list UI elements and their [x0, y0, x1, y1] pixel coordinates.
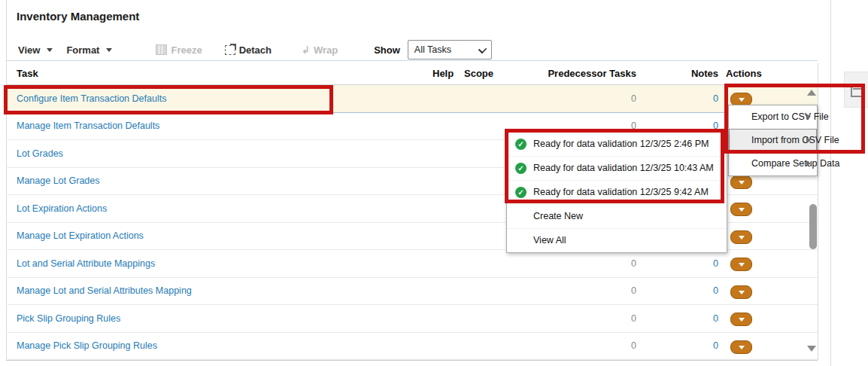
- chevron-down-icon: [47, 48, 53, 52]
- column-header-notes[interactable]: Notes: [662, 68, 718, 79]
- submenu-arrow-icon: [806, 137, 811, 143]
- wrap-label: Wrap: [314, 44, 338, 56]
- actions-dropdown-menu: Export to CSV FileImport from CSV FileCo…: [728, 105, 818, 176]
- table-toolbar: View Format Freeze Detach ↲ Wrap Show Al…: [18, 39, 492, 60]
- predecessor-tasks-count: 0: [527, 258, 636, 269]
- submenu-item-label: Ready for data validation 12/3/25 9:42 A…: [533, 187, 709, 197]
- menu-item-label: Compare Setup Data: [751, 158, 839, 169]
- menu-item[interactable]: Compare Setup Data: [729, 152, 817, 175]
- format-menu-button[interactable]: Format: [66, 44, 112, 56]
- notes-count-link[interactable]: 0: [647, 120, 718, 131]
- success-check-icon: ✓: [515, 163, 527, 174]
- submenu-item-label: Ready for data validation 12/3/25 2:46 P…: [533, 139, 709, 149]
- actions-dropdown-button[interactable]: [730, 258, 752, 271]
- notes-count-link[interactable]: 0: [647, 258, 718, 269]
- task-link[interactable]: Manage Item Transaction Defaults: [17, 120, 159, 131]
- restore-pane-icon[interactable]: [851, 85, 864, 97]
- success-check-icon: ✓: [515, 187, 527, 198]
- table-row[interactable]: Configure Item Transaction Defaults00: [6, 85, 818, 113]
- menu-item[interactable]: Export to CSV File: [729, 105, 817, 129]
- column-header-help[interactable]: Help: [432, 68, 454, 79]
- submenu-item[interactable]: ✓Ready for data validation 12/3/25 2:46 …: [507, 133, 727, 157]
- wrap-icon: ↲: [302, 45, 310, 55]
- predecessor-tasks-count: 0: [527, 120, 636, 131]
- freeze-label: Freeze: [171, 44, 202, 56]
- task-link[interactable]: Configure Item Transaction Defaults: [17, 93, 166, 104]
- task-link[interactable]: Lot and Serial Attribute Mappings: [17, 258, 155, 269]
- column-header-predecessor-tasks[interactable]: Predecessor Tasks: [527, 68, 636, 79]
- submenu-item-label: Create New: [533, 211, 583, 221]
- table-bottom-border: [6, 360, 818, 361]
- submenu-item[interactable]: Create New: [507, 205, 727, 229]
- menu-item[interactable]: Import from CSV File: [729, 129, 817, 152]
- task-link[interactable]: Manage Lot Grades: [17, 175, 100, 186]
- column-header-task[interactable]: Task: [17, 68, 38, 79]
- actions-dropdown-button[interactable]: [730, 203, 752, 216]
- actions-dropdown-button[interactable]: [730, 285, 752, 299]
- view-menu-button[interactable]: View: [18, 44, 53, 56]
- wrap-button: ↲ Wrap: [302, 44, 338, 56]
- chevron-down-icon: [106, 48, 112, 52]
- submenu-item-label: View All: [533, 235, 566, 246]
- notes-count-link[interactable]: 0: [647, 285, 718, 296]
- predecessor-tasks-count: 0: [527, 313, 636, 324]
- submenu-arrow-icon: [806, 160, 811, 166]
- actions-dropdown-button[interactable]: [730, 230, 752, 244]
- import-csv-submenu: ✓Ready for data validation 12/3/25 2:46 …: [506, 132, 727, 253]
- submenu-item[interactable]: View All: [507, 229, 727, 252]
- detach-button[interactable]: Detach: [225, 44, 272, 56]
- task-link[interactable]: Manage Pick Slip Grouping Rules: [17, 340, 157, 351]
- notes-count-link[interactable]: 0: [647, 93, 718, 104]
- column-header-scope[interactable]: Scope: [464, 68, 493, 79]
- scrollbar-thumb[interactable]: [809, 204, 817, 249]
- notes-count-link[interactable]: 0: [647, 313, 718, 324]
- show-filter-label: Show: [374, 44, 400, 56]
- success-check-icon: ✓: [515, 139, 527, 150]
- toolbar-bottom-border: [6, 60, 818, 61]
- notes-count-link[interactable]: 0: [647, 340, 718, 351]
- column-header-actions[interactable]: Actions: [726, 68, 762, 79]
- predecessor-tasks-count: 0: [527, 340, 636, 351]
- menu-item-label: Export to CSV File: [751, 111, 829, 122]
- page-title: Inventory Management: [17, 10, 139, 23]
- submenu-item[interactable]: ✓Ready for data validation 12/3/25 9:42 …: [507, 181, 727, 205]
- task-link[interactable]: Manage Lot and Serial Attributes Mapping: [17, 285, 192, 296]
- actions-dropdown-button[interactable]: [730, 340, 752, 354]
- menu-item-label: Import from CSV File: [751, 135, 839, 145]
- task-link[interactable]: Lot Grades: [17, 148, 63, 159]
- scrollbar-down-arrow-icon[interactable]: [807, 346, 816, 352]
- table-row[interactable]: Lot and Serial Attribute Mappings00: [6, 250, 818, 278]
- submenu-arrow-icon: [806, 114, 811, 120]
- table-row[interactable]: Manage Pick Slip Grouping Rules00: [6, 333, 818, 361]
- table-row[interactable]: Pick Slip Grouping Rules00: [6, 305, 818, 333]
- scrollbar-up-arrow-icon[interactable]: [807, 90, 816, 96]
- collapsed-pane-tab: [844, 72, 868, 108]
- detach-label: Detach: [239, 44, 272, 56]
- table-row[interactable]: Manage Lot and Serial Attributes Mapping…: [6, 278, 818, 306]
- chevron-down-icon: [478, 45, 487, 53]
- predecessor-tasks-count: 0: [527, 285, 636, 296]
- task-link[interactable]: Pick Slip Grouping Rules: [17, 313, 120, 324]
- predecessor-tasks-count: 0: [527, 93, 636, 104]
- task-link[interactable]: Lot Expiration Actions: [17, 203, 107, 214]
- inventory-management-page: Inventory Management View Format Freeze …: [0, 0, 868, 366]
- view-menu-label: View: [18, 44, 40, 56]
- show-filter-value: All Tasks: [414, 44, 451, 55]
- task-link[interactable]: Manage Lot Expiration Actions: [17, 230, 144, 241]
- submenu-item[interactable]: ✓Ready for data validation 12/3/25 10:43…: [507, 157, 727, 181]
- freeze-icon: [156, 44, 167, 55]
- actions-dropdown-button[interactable]: [730, 313, 752, 326]
- format-menu-label: Format: [66, 44, 99, 56]
- submenu-item-label: Ready for data validation 12/3/25 10:43 …: [533, 163, 714, 173]
- detach-icon: [225, 45, 235, 55]
- actions-dropdown-button[interactable]: [730, 175, 752, 189]
- freeze-button: Freeze: [156, 44, 202, 56]
- show-filter-select[interactable]: All Tasks: [408, 40, 492, 59]
- pane-split-border: [830, 0, 831, 366]
